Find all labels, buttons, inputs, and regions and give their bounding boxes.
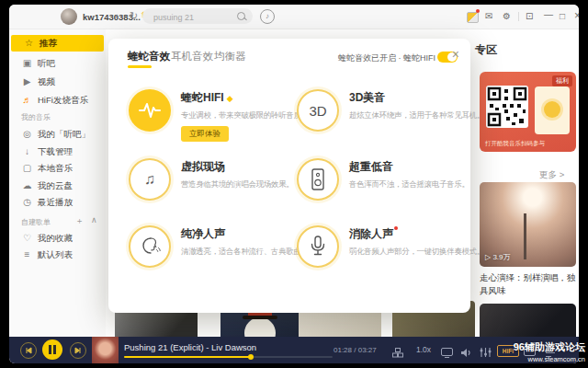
add-playlist-icon[interactable]: ＋ bbox=[75, 215, 84, 227]
sidebar-item-tingba[interactable]: ▣ 听吧 bbox=[9, 55, 106, 72]
coin-badge bbox=[544, 101, 560, 118]
close-icon[interactable]: × bbox=[574, 9, 579, 22]
collapse-icon[interactable]: ∧ bbox=[91, 215, 97, 224]
radio-icon: ▣ bbox=[21, 57, 33, 70]
title-bar: kw17430383... ♛ ‹ ↻ ♪ ✉ ⚙ ⊡ — □ × bbox=[9, 5, 579, 29]
zone-title: 专区 bbox=[475, 42, 497, 58]
divider bbox=[518, 12, 519, 21]
cloud-icon: ☁ bbox=[21, 179, 33, 192]
video-caption[interactable]: 走心演绎：别样演唱，独具风味 bbox=[480, 271, 577, 297]
effect-pure-vocal[interactable]: 纯净人声 清澈透亮，适合各种流行、古典歌曲作品。 bbox=[129, 225, 300, 282]
quality-icon[interactable] bbox=[392, 345, 403, 362]
video-thumbnail[interactable]: ▷ 3.9万 bbox=[480, 182, 576, 267]
search-input[interactable] bbox=[152, 10, 232, 24]
watermark: 96辅助游戏论坛 www.steamcom.cn bbox=[514, 340, 585, 363]
mic-stand bbox=[524, 213, 526, 259]
pause-button[interactable] bbox=[42, 339, 62, 360]
player-bar: Pushing 21 (Explicit) - Liv Dawson 01:28… bbox=[9, 337, 579, 363]
sidebar-item-hifi[interactable]: ♬ HiFi发烧音乐 bbox=[9, 92, 106, 109]
search-icon[interactable] bbox=[237, 12, 245, 20]
banner-caption: 打开酷我音乐扫码参与 bbox=[485, 140, 545, 148]
effect-status-label: 蝰蛇音效已开启 · 蝰蛇HIFI bbox=[338, 52, 435, 64]
sidebar-item-video[interactable]: ▶ 视频 bbox=[9, 74, 106, 90]
sidebar-item-cloud-disk[interactable]: ☁ 我的云盘 bbox=[9, 178, 106, 194]
progress-handle[interactable] bbox=[248, 354, 254, 360]
avatar[interactable] bbox=[61, 8, 77, 25]
progress-bar[interactable] bbox=[124, 356, 333, 358]
track-title[interactable]: Pushing 21 (Explicit) - Liv Dawson bbox=[124, 342, 256, 352]
tab-headphone-effect[interactable]: 耳机音效 bbox=[171, 50, 213, 63]
album-art[interactable] bbox=[92, 337, 119, 363]
hifi-icon: ♬ bbox=[21, 94, 33, 107]
banner-ribbon: 福利 bbox=[552, 75, 572, 86]
view-count: ▷ 3.9万 bbox=[485, 252, 511, 262]
sidebar-item-local-music[interactable]: ▢ 本地音乐 bbox=[9, 160, 106, 177]
pause-icon bbox=[49, 345, 51, 354]
volume-icon[interactable] bbox=[460, 345, 472, 362]
previous-track-button[interactable] bbox=[20, 342, 37, 359]
time-display: 01:28 / 03:27 bbox=[334, 346, 377, 354]
sidebar-item-recent[interactable]: ◷ 最近播放 bbox=[9, 194, 106, 211]
effect-super-bass[interactable]: 超重低音 音色浑而不浊，适合摇滚电子音乐。 bbox=[297, 158, 468, 215]
video-icon: ▶ bbox=[21, 75, 33, 88]
new-badge-dot bbox=[394, 226, 398, 230]
video-mode-icon[interactable] bbox=[441, 345, 453, 362]
next-track-button[interactable] bbox=[70, 342, 86, 359]
gear-icon[interactable]: ⚙ bbox=[503, 11, 511, 21]
waveform-icon bbox=[129, 89, 171, 132]
more-link[interactable]: 更多 > bbox=[539, 169, 564, 181]
mini-mode-icon[interactable]: ⊡ bbox=[526, 11, 533, 21]
star-icon: ☆ bbox=[23, 37, 35, 50]
sidebar-item-default-list[interactable]: ≡ 默认列表 bbox=[9, 247, 106, 263]
heart-icon: ♡ bbox=[21, 232, 33, 245]
refresh-icon[interactable]: ↻ bbox=[130, 10, 138, 22]
sidebar: ☆ 推荐 ▣ 听吧 ▶ 视频 ♬ HiFi发烧音乐 我的音乐 ◎ 我的「听吧」 … bbox=[9, 29, 106, 337]
modal-close-icon[interactable]: × bbox=[452, 47, 459, 62]
play-outline-icon: ▷ bbox=[485, 253, 491, 261]
section-my-music: 我的音乐 bbox=[21, 112, 51, 122]
computer-icon: ▢ bbox=[21, 162, 33, 175]
try-now-button[interactable]: 立即体验 bbox=[181, 126, 229, 142]
effect-remove-vocal[interactable]: 消除人声 弱化音频人声部分，一键切换伴奏模式。 bbox=[297, 225, 468, 282]
sound-effect-modal: 蝰蛇音效 耳机音效 均衡器 蝰蛇音效已开启 · 蝰蛇HIFI × 蝰蛇HIFI◆… bbox=[108, 39, 470, 313]
tab-viper-effect[interactable]: 蝰蛇音效 bbox=[128, 50, 170, 63]
mail-icon[interactable]: ✉ bbox=[485, 11, 492, 21]
banner-card bbox=[535, 86, 570, 134]
record-icon: ◎ bbox=[21, 128, 33, 141]
vocal-face-icon bbox=[129, 225, 171, 268]
app-window: kw17430383... ♛ ‹ ↻ ♪ ✉ ⚙ ⊡ — □ × ☆ 推荐 ▣… bbox=[9, 5, 579, 363]
sidebar-item-my-tingba[interactable]: ◎ 我的「听吧」 bbox=[9, 126, 106, 143]
clock-icon: ◷ bbox=[21, 196, 33, 209]
effect-viper-hifi[interactable]: 蝰蛇HIFI◆ 专业调校，带来突破极限的聆听音质。 立即体验 bbox=[129, 89, 300, 146]
sidebar-item-downloads[interactable]: ↓ 下载管理 bbox=[9, 144, 106, 160]
progress-fill bbox=[124, 356, 251, 358]
sidebar-item-recommend[interactable]: ☆ 推荐 bbox=[11, 35, 104, 52]
download-icon: ↓ bbox=[21, 145, 33, 158]
maximize-icon[interactable]: □ bbox=[560, 11, 565, 21]
effect-3d-sound[interactable]: 3D 3D美音 超炫立体环绕声，适用于各种常见耳机。 bbox=[297, 89, 468, 146]
skin-notification-dot bbox=[476, 9, 480, 13]
equalizer-icon[interactable] bbox=[480, 345, 492, 362]
vip-diamond-icon: ◆ bbox=[227, 94, 233, 103]
skin-icon[interactable] bbox=[467, 12, 479, 23]
minimize-icon[interactable]: — bbox=[544, 9, 553, 19]
speaker-icon bbox=[297, 158, 339, 201]
music-notes-icon: ♫ bbox=[129, 158, 171, 201]
tab-equalizer[interactable]: 均衡器 bbox=[214, 50, 246, 63]
list-icon: ≡ bbox=[21, 248, 33, 261]
sidebar-item-favorites[interactable]: ♡ 我的收藏 bbox=[9, 230, 106, 247]
playback-speed[interactable]: 1.0x bbox=[416, 345, 431, 354]
qr-code bbox=[486, 86, 528, 128]
search-box[interactable] bbox=[142, 8, 253, 24]
section-playlists: 自建歌单 bbox=[21, 217, 51, 227]
music-recognition-icon[interactable]: ♪ bbox=[260, 9, 275, 24]
effect-virtual-live[interactable]: ♫ 虚拟现场 营造身临其境的演唱会现场效果。 bbox=[129, 158, 300, 215]
back-icon[interactable]: ‹ bbox=[115, 10, 119, 22]
video-thumbnail-2[interactable] bbox=[480, 304, 576, 337]
active-tab-underline bbox=[128, 65, 152, 68]
3d-icon: 3D bbox=[297, 89, 339, 132]
promo-banner[interactable]: 福利 打开酷我音乐扫码参与 bbox=[480, 72, 576, 152]
microphone-icon bbox=[297, 225, 339, 268]
